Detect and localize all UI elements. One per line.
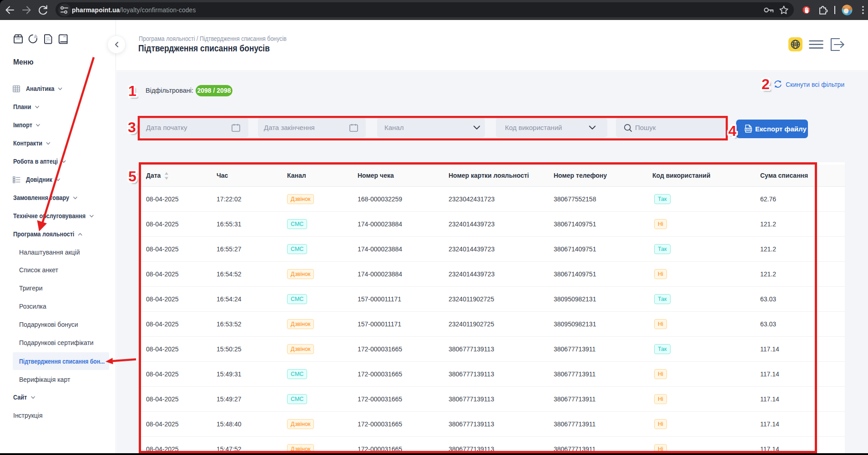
svg-text:XLSX: XLSX [746, 128, 752, 130]
